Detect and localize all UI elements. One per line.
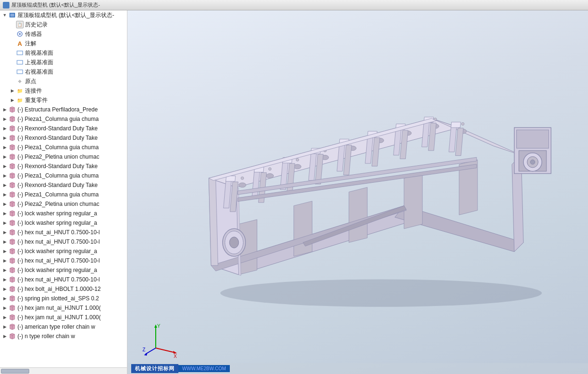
origin-toggle [9, 78, 15, 84]
svg-marker-15 [404, 174, 422, 229]
comp12-icon [8, 210, 16, 217]
comp25-label: (-) n type roller chain w [17, 333, 75, 340]
repeat-parts-label: 重复零件 [25, 96, 48, 104]
sensor-toggle [9, 31, 15, 37]
comp15-toggle[interactable]: ▶ [2, 239, 8, 245]
comp14-toggle[interactable]: ▶ [2, 230, 8, 235]
comp5-label: (-) Pieza1_Columna guia chuma [17, 144, 99, 151]
comp21-toggle[interactable]: ▶ [2, 296, 8, 301]
sidebar-item-sensor[interactable]: 传感器 [0, 29, 127, 39]
comp16-toggle[interactable]: ▶ [2, 248, 8, 254]
tree-comp-5[interactable]: ▶ (-) Pieza1_Columna guia chuma [0, 143, 127, 152]
tree-comp-21[interactable]: ▶ (-) spring pin slotted_ai_SPS 0.2 [0, 294, 127, 303]
sidebar-item-annotation[interactable]: A 注解 [0, 39, 127, 48]
comp17-toggle[interactable]: ▶ [2, 258, 8, 264]
tree-comp-6[interactable]: ▶ (-) Pieza2_Pletina union chumac [0, 152, 127, 162]
comp12-toggle[interactable]: ▶ [2, 211, 8, 216]
svg-rect-57 [455, 128, 463, 155]
top-plane-toggle [9, 60, 15, 65]
comp2-label: (-) Pieza1_Columna guia chuma [17, 116, 99, 122]
sidebar-item-top-plane[interactable]: 上视基准面 [0, 58, 127, 67]
comp20-toggle[interactable]: ▶ [2, 286, 8, 292]
comp7-icon [8, 162, 16, 170]
comp13-label: (-) lock washer spring regular_a [17, 220, 97, 226]
tree-comp-19[interactable]: ▶ (-) hex nut_ai_HNUT 0.7500-10-l [0, 275, 127, 284]
tree-comp-24[interactable]: ▶ (-) american type roller chain w [0, 322, 127, 332]
comp2-toggle[interactable]: ▶ [2, 116, 8, 122]
root-label: 屋顶板辊成型机 (默认<默认_显示状态- [17, 11, 114, 19]
tree-comp-16[interactable]: ▶ (-) lock washer spring regular_a [0, 246, 127, 256]
sidebar-item-right-plane[interactable]: 右视基准面 [0, 67, 127, 76]
comp3-toggle[interactable]: ▶ [2, 126, 8, 131]
tree-comp-22[interactable]: ▶ (-) hex jam nut_ai_HJNUT 1.000( [0, 303, 127, 313]
tree-comp-7[interactable]: ▶ (-) Rexnord-Standard Duty Take [0, 162, 127, 171]
tree-comp-23[interactable]: ▶ (-) hex jam nut_ai_HJNUT 1.000( [0, 313, 127, 322]
3d-view: Y X Z 机械设计招标网 WWW.ME2BW.COM [127, 10, 588, 374]
tree-comp-12[interactable]: ▶ (-) lock washer spring regular_a [0, 209, 127, 218]
comp17-label: (-) hex nut_ai_HNUT 0.7500-10-l [17, 257, 100, 264]
tree-comp-3[interactable]: ▶ (-) Rexnord-Standard Duty Take [0, 124, 127, 133]
comp1-toggle[interactable]: ▶ [2, 107, 8, 112]
tree-comp-15[interactable]: ▶ (-) hex nut_ai_HNUT 0.7500-10-l [0, 237, 127, 246]
front-plane-toggle [9, 50, 15, 56]
comp6-toggle[interactable]: ▶ [2, 154, 8, 160]
svg-rect-39 [451, 122, 461, 128]
comp7-toggle[interactable]: ▶ [2, 163, 8, 169]
tree-comp-10[interactable]: ▶ (-) Pieza1_Columna guia chuma [0, 190, 127, 199]
tree-comp-9[interactable]: ▶ (-) Rexnord-Standard Duty Take [0, 180, 127, 190]
root-toggle[interactable]: ▼ [2, 12, 8, 18]
comp25-toggle[interactable]: ▶ [2, 333, 8, 339]
comp14-label: (-) hex nut_ai_HNUT 0.7500-10-l [17, 229, 100, 236]
comp10-toggle[interactable]: ▶ [2, 192, 8, 197]
watermark-brand: 机械设计招标网 [131, 364, 178, 373]
sidebar-item-front-plane[interactable]: 前视基准面 [0, 48, 127, 58]
tree-comp-13[interactable]: ▶ (-) lock washer spring regular_a [0, 218, 127, 228]
comp25-icon [8, 332, 16, 340]
comp16-icon [8, 247, 16, 255]
comp18-toggle[interactable]: ▶ [2, 267, 8, 273]
comp4-toggle[interactable]: ▶ [2, 135, 8, 141]
comp22-toggle[interactable]: ▶ [2, 305, 8, 311]
repeat-parts-toggle[interactable]: ▶ [9, 97, 15, 103]
horizontal-scrollbar[interactable] [0, 367, 127, 374]
tree-comp-8[interactable]: ▶ (-) Pieza1_Columna guia chuma [0, 171, 127, 180]
comp11-toggle[interactable]: ▶ [2, 201, 8, 207]
title-text: 屋顶板辊成型机 (默认<默认_显示状态- [11, 1, 100, 8]
tree-comp-18[interactable]: ▶ (-) lock washer spring regular_a [0, 265, 127, 275]
annotation-icon: A [16, 40, 24, 47]
svg-marker-87 [144, 353, 147, 356]
sidebar-item-connectors[interactable]: ▶ 📁 连接件 [0, 86, 127, 95]
comp23-toggle[interactable]: ▶ [2, 314, 8, 320]
sidebar-item-history[interactable]: 📋 历史记录 [0, 20, 127, 29]
tree-comp-2[interactable]: ▶ (-) Pieza1_Columna guia chuma [0, 114, 127, 124]
tree-comp-4[interactable]: ▶ (-) Rexnord-Standard Duty Take [0, 133, 127, 143]
svg-rect-64 [517, 130, 549, 148]
svg-point-3 [19, 33, 21, 35]
tree-comp-20[interactable]: ▶ (-) hex bolt_ai_HBOLT 1.0000-12 [0, 284, 127, 294]
connectors-toggle[interactable]: ▶ [9, 88, 15, 94]
sidebar-item-repeat-parts[interactable]: ▶ 📁 重复零件 [0, 95, 127, 105]
tree-comp-17[interactable]: ▶ (-) hex nut_ai_HNUT 0.7500-10-l [0, 256, 127, 265]
svg-rect-5 [17, 60, 23, 64]
comp13-toggle[interactable]: ▶ [2, 220, 8, 226]
comp24-label: (-) american type roller chain w [17, 323, 95, 330]
comp19-toggle[interactable]: ▶ [2, 277, 8, 282]
comp5-toggle[interactable]: ▶ [2, 144, 8, 150]
svg-text:Y: Y [157, 323, 160, 329]
tree-comp-1[interactable]: ▶ (-) Estructura Perfiladora_Prede [0, 105, 127, 114]
comp8-toggle[interactable]: ▶ [2, 173, 8, 178]
tree-comp-25[interactable]: ▶ (-) n type roller chain w [0, 332, 127, 341]
tree-root[interactable]: ▼ 屋顶板辊成型机 (默认<默认_显示状态- [0, 10, 127, 20]
svg-point-68 [530, 160, 535, 164]
comp24-toggle[interactable]: ▶ [2, 324, 8, 330]
tree-comp-11[interactable]: ▶ (-) Pieza2_Pletina union chumac [0, 199, 127, 209]
right-plane-toggle [9, 69, 15, 75]
svg-rect-6 [17, 70, 23, 74]
comp9-toggle[interactable]: ▶ [2, 182, 8, 188]
3d-viewport[interactable]: Y X Z 机械设计招标网 WWW.ME2BW.COM [127, 10, 588, 374]
sidebar-item-origin[interactable]: ⌖ 原点 [0, 76, 127, 86]
feature-tree-panel[interactable]: ▼ 屋顶板辊成型机 (默认<默认_显示状态- 📋 历史记录 [0, 10, 127, 374]
scrollbar-thumb[interactable] [1, 369, 29, 374]
comp19-label: (-) hex nut_ai_HNUT 0.7500-10-l [17, 276, 100, 283]
tree-comp-14[interactable]: ▶ (-) hex nut_ai_HNUT 0.7500-10-l [0, 228, 127, 237]
